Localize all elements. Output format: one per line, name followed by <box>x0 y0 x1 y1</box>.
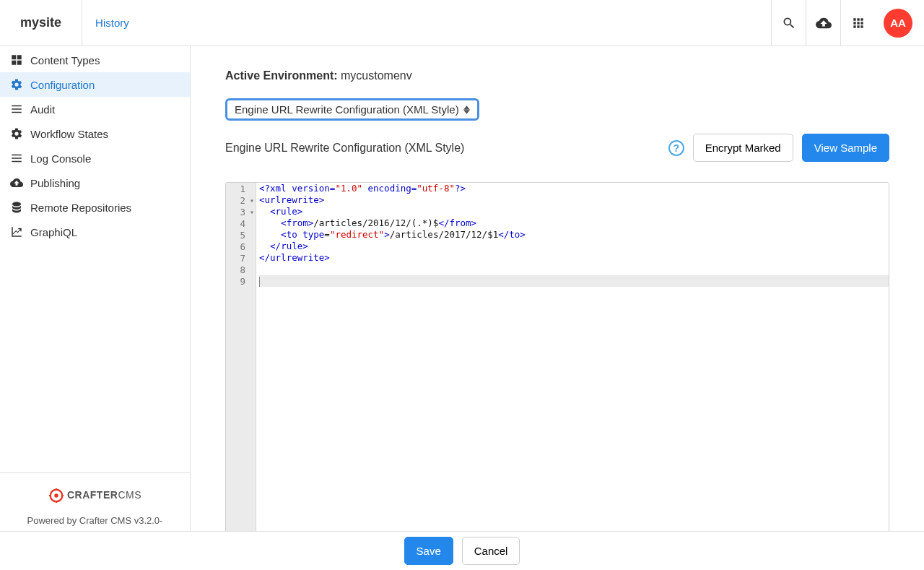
search-button[interactable] <box>771 0 806 46</box>
editor-code[interactable]: <?xml version="1.0" encoding="utf-8"?> <… <box>256 183 889 537</box>
active-environment: Active Environment: mycustomenv <box>225 69 889 82</box>
cloud-upload-icon <box>10 176 23 189</box>
apps-icon <box>851 16 866 30</box>
sidebar: Content Types Configuration Audit Workfl… <box>0 46 191 570</box>
code-line: <?xml version="1.0" encoding="utf-8"?> <box>259 183 889 194</box>
sidebar-item-content-types[interactable]: Content Types <box>0 48 190 72</box>
database-icon <box>10 201 23 214</box>
code-line-current <box>259 275 889 287</box>
gear-icon <box>10 127 23 140</box>
sidebar-item-workflow-states[interactable]: Workflow States <box>0 121 190 146</box>
editor-gutter: 1 2▾ 3▾ 4 5 6 7 8 9 <box>226 183 256 537</box>
topbar-left: mysite History <box>0 0 142 46</box>
configuration-select[interactable]: Engine URL Rewrite Configuration (XML St… <box>225 98 479 121</box>
cloud-upload-icon <box>816 15 832 31</box>
code-line: </rule> <box>259 241 889 252</box>
config-label: Engine URL Rewrite Configuration (XML St… <box>225 142 464 155</box>
gutter-line: 1 <box>226 183 256 194</box>
list-icon <box>10 152 23 165</box>
gutter-line: 2▾ <box>226 194 256 206</box>
gear-icon <box>10 78 23 91</box>
grid-icon <box>10 53 23 66</box>
sidebar-item-label: Publishing <box>30 177 80 189</box>
code-line: <rule> <box>259 206 889 217</box>
main-panel: Active Environment: mycustomenv Engine U… <box>191 46 924 570</box>
gutter-line: 7 <box>226 252 256 264</box>
gutter-line: 6 <box>226 241 256 252</box>
crafter-logo-icon <box>48 488 64 504</box>
sidebar-item-configuration[interactable]: Configuration <box>0 72 190 97</box>
sidebar-item-publishing[interactable]: Publishing <box>0 170 190 195</box>
chart-line-icon <box>10 225 23 238</box>
gutter-line: 4 <box>226 217 256 229</box>
svg-point-1 <box>54 493 58 498</box>
sidebar-item-label: Content Types <box>30 54 100 66</box>
gutter-line: 3▾ <box>226 206 256 217</box>
code-line: </urlrewrite> <box>259 252 889 264</box>
encrypt-marked-button[interactable]: Encrypt Marked <box>693 134 793 162</box>
code-line: <to type="redirect">/articles/2017/12/$1… <box>259 229 889 241</box>
sidebar-item-label: Remote Repositories <box>30 202 131 214</box>
help-icon[interactable]: ? <box>668 140 684 156</box>
cursor <box>259 277 260 287</box>
avatar[interactable]: AA <box>884 9 912 38</box>
code-line <box>259 264 889 275</box>
config-actions: ? Encrypt Marked View Sample <box>668 134 889 162</box>
topbar-right: AA <box>771 0 924 46</box>
sidebar-item-label: GraphiQL <box>30 226 77 238</box>
sidebar-item-label: Configuration <box>30 79 95 91</box>
sidebar-item-label: Workflow States <box>30 128 108 140</box>
apps-button[interactable] <box>840 0 875 46</box>
gutter-line: 5 <box>226 229 256 241</box>
code-line: <from>/articles/2016/12/(.*)$</from> <box>259 217 889 229</box>
config-header-row: Engine URL Rewrite Configuration (XML St… <box>225 134 889 162</box>
logo: CRAFTERCMS <box>10 488 180 504</box>
gutter-line: 8 <box>226 264 256 275</box>
bottom-action-bar: Save Cancel <box>0 531 924 570</box>
publish-button[interactable] <box>806 0 840 46</box>
code-line: <urlrewrite> <box>259 194 889 206</box>
search-icon <box>782 16 796 30</box>
save-button[interactable]: Save <box>404 537 453 565</box>
topbar: mysite History AA <box>0 0 924 46</box>
fold-icon[interactable]: ▾ <box>250 197 254 204</box>
gutter-line: 9 <box>226 275 256 287</box>
sidebar-item-log-console[interactable]: Log Console <box>0 146 190 170</box>
sidebar-item-label: Audit <box>30 103 55 116</box>
sidebar-nav: Content Types Configuration Audit Workfl… <box>0 46 190 472</box>
site-name[interactable]: mysite <box>0 0 82 46</box>
select-arrows-icon <box>463 105 470 114</box>
sidebar-item-label: Log Console <box>30 152 91 165</box>
sidebar-item-audit[interactable]: Audit <box>0 97 190 121</box>
fold-icon[interactable]: ▾ <box>250 208 254 216</box>
logo-text: CRAFTERCMS <box>67 488 141 503</box>
list-icon <box>10 103 23 116</box>
sidebar-item-graphiql[interactable]: GraphiQL <box>0 220 190 244</box>
cancel-button[interactable]: Cancel <box>462 537 520 565</box>
code-editor[interactable]: 1 2▾ 3▾ 4 5 6 7 8 9 <?xml version="1.0" … <box>225 182 889 537</box>
sidebar-item-remote-repositories[interactable]: Remote Repositories <box>0 195 190 220</box>
select-value: Engine URL Rewrite Configuration (XML St… <box>235 103 459 116</box>
history-link[interactable]: History <box>82 0 142 46</box>
view-sample-button[interactable]: View Sample <box>802 134 889 162</box>
